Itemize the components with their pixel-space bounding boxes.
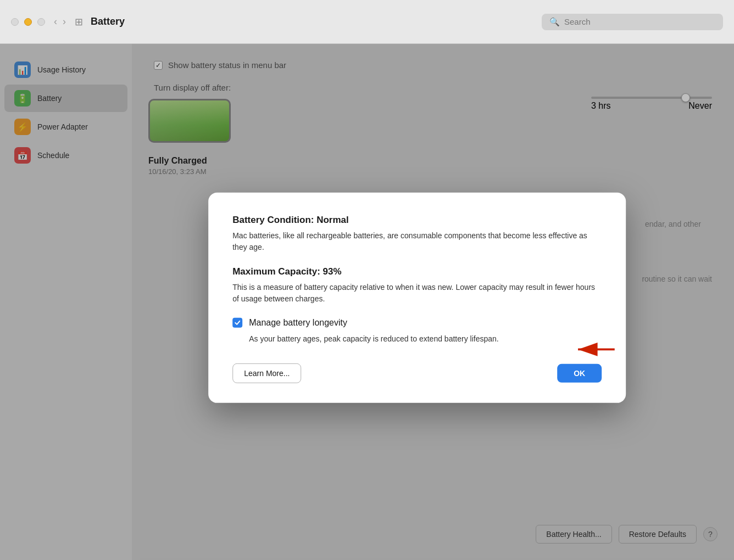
battery-health-modal: Battery Condition: Normal Mac batteries,… [208,193,626,403]
grid-icon: ⊞ [75,16,83,28]
close-button[interactable] [11,18,19,26]
title-bar: ‹ › ⊞ Battery 🔍 [0,0,734,44]
red-arrow-icon [573,339,617,361]
longevity-text: As your battery ages, peak capacity is r… [249,333,602,345]
main-content: 📊 Usage History 🔋 Battery ⚡ Power Adapte… [0,44,734,560]
checkmark-icon [234,320,241,326]
condition-text: Mac batteries, like all rechargeable bat… [232,230,602,253]
search-bar[interactable]: 🔍 [542,14,723,30]
ok-button[interactable]: OK [557,364,602,383]
traffic-lights [11,18,45,26]
longevity-checkbox[interactable] [232,318,242,328]
back-arrow-icon[interactable]: ‹ [54,16,57,27]
nav-arrows: ‹ › [54,16,66,27]
forward-arrow-icon[interactable]: › [63,16,66,27]
search-input[interactable] [564,17,715,26]
longevity-checkbox-row: Manage battery longevity [232,318,602,328]
maximize-button[interactable] [37,18,45,26]
search-icon: 🔍 [549,17,560,27]
condition-title: Battery Condition: Normal [232,215,602,226]
capacity-text: This is a measure of battery capacity re… [232,282,602,305]
capacity-title: Maximum Capacity: 93% [232,266,602,277]
longevity-checkbox-label: Manage battery longevity [249,318,347,328]
minimize-button[interactable] [24,18,32,26]
learn-more-button[interactable]: Learn More... [232,363,301,383]
modal-footer: Learn More... OK [232,363,602,383]
longevity-row-wrapper: Manage battery longevity [232,318,602,328]
page-title: Battery [91,16,542,27]
